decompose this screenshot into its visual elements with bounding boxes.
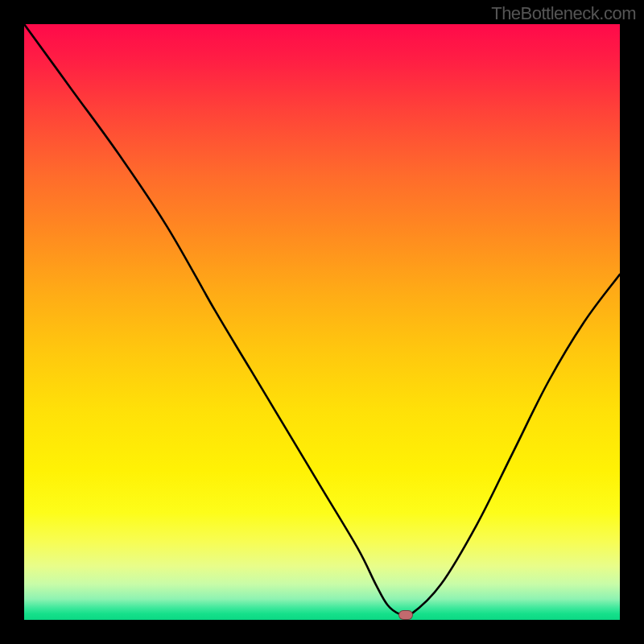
watermark-text: TheBottleneck.com bbox=[491, 3, 636, 24]
bottleneck-curve bbox=[24, 24, 620, 620]
optimum-marker bbox=[398, 610, 413, 620]
chart-plot-area bbox=[24, 24, 620, 620]
